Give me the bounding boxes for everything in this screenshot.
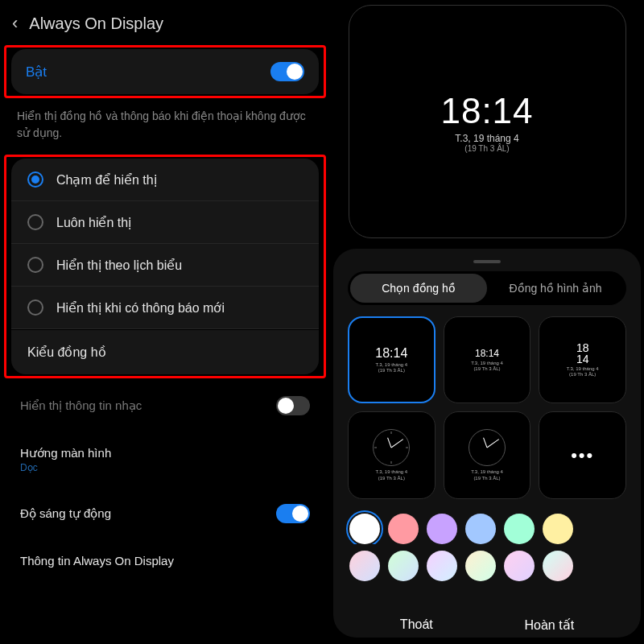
orientation-label: Hướng màn hình [20,446,111,460]
color-picker-row-2 [340,544,634,581]
settings-screen: ‹ Always On Display Bật Hiển thị đồng hồ… [0,0,330,644]
highlight-display-modes: Chạm để hiển thị Luôn hiển thị Hiển thị … [4,155,326,378]
color-swatch[interactable] [504,514,535,544]
clock-style-row[interactable]: Kiểu đồng hồ [11,329,319,374]
mode-label: Hiển thị khi có thông báo mới [56,300,225,316]
about-label: Thông tin Always On Display [20,554,174,568]
radio-icon [27,171,43,188]
color-swatch[interactable] [388,551,419,581]
music-info-row[interactable]: Hiển thị thông tin nhạc [4,383,326,428]
color-swatch[interactable] [427,551,457,581]
clock-style-label: Kiểu đồng hồ [27,345,106,359]
color-swatch[interactable] [388,514,419,544]
tab-clock[interactable]: Chọn đồng hồ [350,274,487,303]
clock-style-screen: 18:14 T.3, 19 tháng 4 (19 Th 3 ÂL) Chọn … [330,0,644,644]
main-toggle-row[interactable]: Bật [11,49,319,94]
clock-style-digital-split[interactable]: 1814 T.3, 19 tháng 4(19 Th 3 ÂL) [539,316,626,404]
highlight-main-toggle: Bật [4,45,326,98]
back-icon[interactable]: ‹ [12,13,18,34]
music-info-switch[interactable] [276,396,310,415]
bottom-actions: Thoát Hoàn tất [330,617,644,633]
main-toggle-label: Bật [26,64,47,80]
preview-date-lunar: (19 Th 3 ÂL) [464,144,509,153]
clock-picker-sheet: Chọn đồng hồ Đồng hồ hình ảnh 18:14 T.3,… [333,249,641,638]
done-button[interactable]: Hoàn tất [525,617,575,633]
analog-clock-icon [469,429,506,466]
style-time: 18:14 [475,348,499,359]
color-swatch[interactable] [465,551,496,581]
auto-brightness-label: Độ sáng tự động [20,506,111,521]
color-swatch[interactable] [504,551,535,581]
color-swatch[interactable] [543,551,573,581]
mode-tap-to-show[interactable]: Chạm để hiển thị [11,159,319,201]
header: ‹ Always On Display [4,8,326,45]
about-row[interactable]: Thông tin Always On Display [4,541,326,580]
style-time: 18:14 [375,346,407,361]
description-text: Hiển thị đồng hồ và thông báo khi điện t… [4,98,326,155]
auto-brightness-row[interactable]: Độ sáng tự động [4,491,326,536]
preview-time: 18:14 [440,91,533,131]
clock-style-digital-large[interactable]: 18:14 T.3, 19 tháng 4(19 Th 3 ÂL) [348,316,436,404]
color-swatch[interactable] [349,551,380,581]
orientation-row[interactable]: Hướng màn hình Dọc [4,433,326,486]
clock-style-analog-plain[interactable]: T.3, 19 tháng 4(19 Th 3 ÂL) [444,411,531,499]
radio-icon [27,214,43,230]
style-time: 1814 [576,342,589,365]
auto-brightness-switch[interactable] [276,504,310,523]
exit-button[interactable]: Thoát [400,617,433,633]
sheet-handle-icon[interactable] [473,260,501,263]
color-swatch[interactable] [427,514,457,544]
color-swatch[interactable] [349,514,380,544]
radio-icon [27,299,43,316]
clock-style-grid: 18:14 T.3, 19 tháng 4(19 Th 3 ÂL) 18:14 … [340,313,634,507]
color-swatch[interactable] [543,514,573,544]
mode-new-notification[interactable]: Hiển thị khi có thông báo mới [11,287,319,329]
color-swatch[interactable] [465,514,496,544]
display-mode-list: Chạm để hiển thị Luôn hiển thị Hiển thị … [11,159,319,374]
music-info-label: Hiển thị thông tin nhạc [20,398,142,413]
tab-image-clock[interactable]: Đồng hồ hình ảnh [487,274,624,303]
mode-label: Luôn hiển thị [56,215,131,230]
main-toggle-switch[interactable] [270,62,304,81]
mode-label: Hiển thị theo lịch biểu [56,258,182,273]
page-title: Always On Display [29,14,163,33]
mode-schedule[interactable]: Hiển thị theo lịch biểu [11,244,319,287]
mode-always-show[interactable]: Luôn hiển thị [11,201,319,244]
tab-segment: Chọn đồng hồ Đồng hồ hình ảnh [348,271,626,305]
more-icon: ••• [571,445,594,466]
radio-icon [27,257,43,273]
analog-clock-icon [373,429,410,466]
clock-style-analog-marks[interactable]: T.3, 19 tháng 4(19 Th 3 ÂL) [348,411,436,499]
color-picker-row-1 [340,507,634,544]
orientation-value: Dọc [20,462,310,473]
preview-date: T.3, 19 tháng 4 [455,133,518,144]
clock-style-digital-small[interactable]: 18:14 T.3, 19 tháng 4(19 Th 3 ÂL) [444,316,531,404]
aod-preview: 18:14 T.3, 19 tháng 4 (19 Th 3 ÂL) [349,5,626,238]
mode-label: Chạm để hiển thị [56,172,157,188]
clock-style-more[interactable]: ••• [539,411,626,499]
